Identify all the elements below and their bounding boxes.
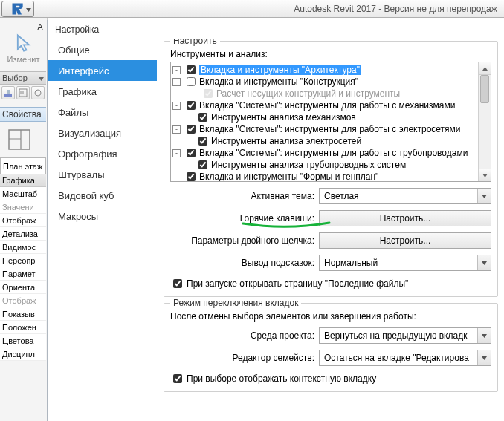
tree-label: Вкладка и инструменты "Архитектура" <box>199 65 361 75</box>
tree-checkbox[interactable] <box>198 160 207 169</box>
tree-checkbox[interactable] <box>198 137 207 146</box>
props-row-11[interactable]: Цветова <box>0 334 46 347</box>
tree-label: Вкладка и инструменты "Конструкция" <box>199 76 358 87</box>
tree-checkbox[interactable] <box>198 113 207 122</box>
sidebar-item-8[interactable]: Макросы <box>48 206 157 226</box>
sidebar-item-5[interactable]: Орфография <box>48 143 157 164</box>
tree-checkbox <box>204 89 213 98</box>
sidebar-item-1[interactable]: Интерфейс <box>48 60 157 81</box>
tree-row-8[interactable]: Инструменты анализа трубопроводных систе… <box>171 159 478 171</box>
props-row-5[interactable]: Переопр <box>0 254 46 267</box>
props-row-2[interactable]: Отображ <box>0 214 46 227</box>
tree-label: Расчет несущих конструкций и инструменты <box>216 88 400 99</box>
recent-files-checkbox[interactable] <box>173 279 182 288</box>
group-tab-switching-legend: Режим переключения вкладок <box>170 298 301 308</box>
props-row-8[interactable]: Отображ <box>0 294 46 307</box>
group-configure-legend: Настроить <box>170 39 220 46</box>
properties-panel-header[interactable]: Свойства <box>0 107 46 122</box>
tree-checkbox[interactable] <box>187 172 196 181</box>
tree-checkbox[interactable] <box>187 77 196 86</box>
props-row-4[interactable]: Видимос <box>0 241 46 254</box>
tree-label: Инструменты анализа электросетей <box>211 136 361 146</box>
revit-logo-icon <box>9 1 27 16</box>
props-row-6[interactable]: Парамет <box>0 267 46 281</box>
tree-label: Инструменты анализа трубопроводных систе… <box>211 160 406 170</box>
tree-checkbox[interactable] <box>187 125 196 134</box>
family-editor-label: Редактор семейств: <box>170 353 319 363</box>
project-env-combo[interactable]: Вернуться на предыдущую вкладк <box>319 327 491 344</box>
options-dialog: Настройка ОбщиеИнтерфейсГрафикаФайлыВизу… <box>47 20 504 421</box>
props-row-10[interactable]: Положен <box>0 321 46 334</box>
active-theme-combo[interactable]: Светлая <box>319 188 491 204</box>
selection-panel-header[interactable]: Выбор <box>0 71 46 85</box>
props-row-9[interactable]: Показыв <box>0 307 46 321</box>
expand-icon[interactable]: - <box>172 149 181 157</box>
chevron-down-icon <box>39 74 44 82</box>
group-configure: Настроить Инструменты и анализ: -Вкладка… <box>164 41 498 297</box>
toolbar-button-1[interactable] <box>1 86 15 99</box>
recent-files-label: При запуске открывать страницу "Последни… <box>187 278 408 289</box>
ribbon-truncated-char: А <box>37 22 43 33</box>
expand-icon[interactable]: - <box>172 66 181 74</box>
props-group-graphics[interactable]: Графика <box>0 174 46 187</box>
tree-label: Вкладка "Системы": инструменты для работ… <box>199 148 468 158</box>
tree-row-9[interactable]: Вкладка и инструменты "Формы и генплан" <box>171 171 478 181</box>
tree-row-4[interactable]: Инструменты анализа механизмов <box>171 111 478 123</box>
sidebar-item-7[interactable]: Видовой куб <box>48 185 157 206</box>
app-menu-button[interactable] <box>1 1 34 17</box>
tree-label: Вкладка "Системы": инструменты для работ… <box>199 124 461 134</box>
tree-label: Вкладка "Системы": инструменты для работ… <box>199 100 455 111</box>
tree-row-3[interactable]: -Вкладка "Системы": инструменты для рабо… <box>171 99 478 111</box>
floorplan-icon <box>4 125 34 154</box>
contextual-tab-checkbox[interactable] <box>173 374 182 383</box>
sidebar-item-4[interactable]: Визуализация <box>48 123 157 143</box>
tree-row-5[interactable]: -Вкладка "Системы": инструменты для рабо… <box>171 123 478 135</box>
expand-icon[interactable]: - <box>172 78 181 86</box>
tree-checkbox[interactable] <box>187 149 196 157</box>
tree-scrollbar[interactable] <box>478 62 491 181</box>
tree-row-0[interactable]: -Вкладка и инструменты "Архитектура" <box>171 64 478 76</box>
scroll-thumb[interactable] <box>480 75 489 103</box>
props-row-12[interactable]: Дисципл <box>0 347 46 361</box>
tree-row-7[interactable]: -Вкладка "Системы": инструменты для рабо… <box>171 147 478 159</box>
svg-point-3 <box>35 90 41 96</box>
props-row-0[interactable]: Масштаб <box>0 187 46 200</box>
props-row-7[interactable]: Ориента <box>0 281 46 294</box>
sidebar-item-3[interactable]: Файлы <box>48 102 157 123</box>
svg-rect-1 <box>7 90 10 94</box>
doubleclick-configure-button[interactable]: Настроить... <box>319 232 491 249</box>
tools-tree[interactable]: -Вкладка и инструменты "Архитектура"-Вкл… <box>170 62 491 182</box>
doubleclick-label: Параметры двойного щелчка: <box>170 235 319 246</box>
sidebar-item-0[interactable]: Общие <box>48 39 157 60</box>
after-deselect-label: После отмены выбора элементов или заверш… <box>170 311 491 322</box>
tree-checkbox[interactable] <box>187 101 196 110</box>
contextual-tab-label: При выборе отображать контекстную вкладк… <box>187 373 376 384</box>
scroll-up-button[interactable] <box>479 62 491 75</box>
tree-row-6[interactable]: Инструменты анализа электросетей <box>171 135 478 147</box>
tree-checkbox[interactable] <box>187 65 196 74</box>
scroll-down-button[interactable] <box>479 169 491 181</box>
props-row-1[interactable]: Значени <box>0 200 46 214</box>
window-title: Autodesk Revit 2017 - Версия не для пере… <box>34 4 504 14</box>
toolbar-button-2[interactable] <box>16 86 30 99</box>
props-row-3[interactable]: Детализа <box>0 227 46 241</box>
properties-grid: Графика МасштабЗначениОтображДетализаВид… <box>0 174 46 361</box>
toolbar-button-3[interactable] <box>31 86 45 99</box>
expand-icon[interactable]: - <box>172 102 181 110</box>
expand-icon[interactable]: - <box>172 125 181 134</box>
tree-row-1[interactable]: -Вкладка и инструменты "Конструкция" <box>171 76 478 88</box>
sidebar-item-2[interactable]: Графика <box>48 81 157 102</box>
tree-row-2[interactable]: ⋯⋯Расчет несущих конструкций и инструмен… <box>171 88 478 99</box>
modify-button-label[interactable]: Изменит <box>7 55 40 64</box>
project-env-label: Среда проекта: <box>170 330 319 341</box>
family-editor-combo[interactable]: Остаться на вкладке "Редактирова <box>319 350 491 366</box>
sidebar-item-6[interactable]: Штурвалы <box>48 164 157 185</box>
shortcuts-label: Горячие клавиши: <box>170 213 319 223</box>
svg-rect-0 <box>4 94 12 97</box>
tab-plan[interactable]: План этаж <box>0 157 46 174</box>
chevron-down-icon <box>26 8 31 12</box>
svg-rect-4 <box>9 130 30 149</box>
tooltip-combo[interactable]: Нормальный <box>319 255 491 271</box>
shortcuts-configure-button[interactable]: Настроить... <box>319 210 491 226</box>
dialog-title: Настройка <box>48 20 504 39</box>
